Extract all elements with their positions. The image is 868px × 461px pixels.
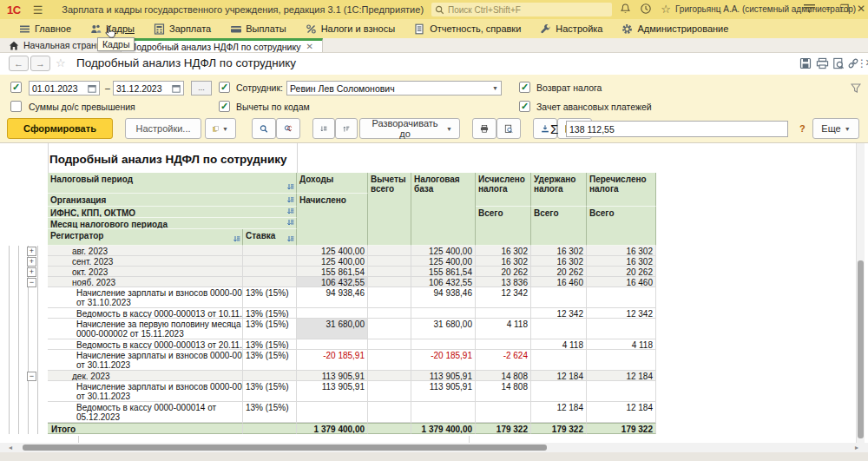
table-cell[interactable]: 16 302: [476, 256, 531, 267]
table-cell[interactable]: [368, 371, 411, 381]
table-cell[interactable]: 113 905,91: [411, 371, 476, 381]
table-cell[interactable]: 16 302: [476, 246, 531, 256]
collapse-groups-icon[interactable]: [312, 118, 335, 139]
scroll-left-arrow[interactable]: ◂: [9, 444, 12, 451]
table-cell[interactable]: [411, 339, 476, 350]
scroll-right-arrow[interactable]: ▸: [855, 444, 858, 451]
print-icon[interactable]: [816, 57, 830, 70]
table-cell[interactable]: 12 184: [587, 371, 656, 381]
table-cell[interactable]: 13% (15%): [243, 319, 297, 339]
table-cell[interactable]: 12 184: [531, 371, 587, 381]
more-button[interactable]: Еще ▼: [812, 118, 859, 139]
vertical-scrollbar-thumb[interactable]: [858, 260, 864, 438]
table-cell[interactable]: окт. 2023: [48, 267, 243, 277]
deduction-codes-checkbox[interactable]: ✓: [219, 101, 230, 112]
global-search-input[interactable]: Поиск Ctrl+Shift+F: [431, 3, 612, 16]
table-cell[interactable]: [243, 246, 297, 256]
table-cell[interactable]: [531, 381, 587, 402]
table-cell[interactable]: [243, 256, 297, 267]
table-cell[interactable]: сент. 2023: [48, 256, 243, 267]
period-to-input[interactable]: 31.12.2023: [113, 81, 184, 95]
table-cell[interactable]: 13% (15%): [243, 402, 297, 423]
table-cell[interactable]: 13% (15%): [243, 381, 297, 402]
table-cell[interactable]: [587, 287, 656, 308]
table-cell[interactable]: 125 400,00: [411, 256, 476, 267]
table-cell[interactable]: [411, 402, 476, 423]
table-cell[interactable]: 13% (15%): [243, 350, 297, 371]
table-cell[interactable]: 113 905,91: [297, 381, 368, 402]
header-cell[interactable]: Вычеты всего: [368, 173, 411, 246]
header-cell[interactable]: Организация: [48, 194, 297, 207]
sort-icon[interactable]: [286, 235, 294, 243]
table-cell[interactable]: 125 400,00: [297, 246, 368, 256]
table-cell[interactable]: [531, 319, 587, 339]
back-button[interactable]: ←: [9, 56, 29, 71]
table-cell[interactable]: [243, 277, 297, 287]
header-cell[interactable]: Налоговый период: [48, 173, 297, 194]
table-cell[interactable]: [368, 256, 411, 267]
table-cell[interactable]: 20 262: [476, 267, 531, 277]
table-cell[interactable]: 16 460: [587, 277, 656, 287]
table-cell[interactable]: [368, 402, 411, 423]
expand-plus-icon[interactable]: +: [27, 247, 36, 256]
autosum-field[interactable]: 138 112,55: [566, 121, 788, 137]
horizontal-scrollbar-thumb[interactable]: [23, 445, 547, 451]
table-cell[interactable]: 12 184: [531, 402, 587, 423]
tax-return-checkbox[interactable]: ✓: [519, 82, 530, 93]
table-cell[interactable]: [411, 308, 476, 319]
table-cell[interactable]: Начисление зарплаты и взносов 0000-00000…: [48, 287, 243, 308]
service-menu-icon[interactable]: [803, 3, 817, 16]
table-cell[interactable]: [243, 267, 297, 277]
forward-button[interactable]: →: [30, 56, 50, 71]
total-cell[interactable]: 179 322: [476, 423, 531, 434]
sort-icon[interactable]: [233, 235, 240, 243]
close-report-icon[interactable]: ✕: [862, 57, 868, 70]
sort-icon[interactable]: [286, 219, 294, 227]
table-cell[interactable]: 13% (15%): [243, 308, 297, 319]
table-cell[interactable]: [368, 381, 411, 402]
header-cell[interactable]: Начислено: [297, 194, 368, 246]
excess-checkbox[interactable]: [10, 101, 22, 112]
table-cell[interactable]: -20 185,91: [297, 350, 368, 371]
preview-icon[interactable]: [832, 57, 846, 70]
total-cell[interactable]: [243, 423, 297, 434]
total-cell[interactable]: Итого: [48, 423, 243, 434]
sort-icon[interactable]: [286, 207, 294, 215]
filter-funnel-icon[interactable]: [851, 83, 861, 93]
print-button[interactable]: [472, 118, 496, 139]
header-cell[interactable]: Налоговая база: [411, 173, 476, 246]
favorites-star-icon[interactable]: ☆: [659, 3, 673, 16]
expand-groups-icon[interactable]: [335, 118, 358, 139]
table-cell[interactable]: 155 861,54: [411, 267, 476, 277]
preview-button[interactable]: [496, 118, 521, 139]
table-cell[interactable]: [587, 350, 656, 371]
table-cell[interactable]: нояб. 2023: [48, 277, 243, 287]
table-cell[interactable]: [531, 350, 587, 371]
menu-item-zarplata[interactable]: Зарплата: [154, 23, 211, 35]
table-cell[interactable]: [368, 287, 411, 308]
tab-report-active[interactable]: Подробный анализ НДФЛ по сотруднику ✕: [121, 38, 323, 52]
table-cell[interactable]: [368, 246, 411, 256]
header-cell[interactable]: Исчислено налога: [476, 173, 531, 207]
table-cell[interactable]: 113 905,91: [411, 381, 476, 402]
period-checkbox[interactable]: ✓: [10, 82, 22, 93]
table-cell[interactable]: [531, 287, 587, 308]
calendar-icon[interactable]: [172, 84, 181, 93]
table-cell[interactable]: [243, 371, 297, 381]
sort-icon[interactable]: [286, 196, 294, 204]
favorite-star-icon[interactable]: ☆: [56, 56, 66, 69]
search-button[interactable]: [252, 118, 276, 139]
table-cell[interactable]: 113 905,91: [297, 371, 368, 381]
table-cell[interactable]: [476, 308, 531, 319]
header-cell[interactable]: Ставка: [243, 229, 297, 246]
header-cell[interactable]: Всего: [531, 207, 587, 246]
minimize-button[interactable]: –: [821, 3, 833, 15]
table-cell[interactable]: 106 432,55: [297, 277, 368, 287]
horizontal-scrollbar[interactable]: ◂ ▸: [0, 443, 868, 452]
history-clock-icon[interactable]: [640, 3, 654, 16]
employee-input[interactable]: Ревин Лев Соломонович ▼: [286, 81, 502, 95]
table-cell[interactable]: дек. 2023: [48, 371, 243, 381]
table-cell[interactable]: Ведомость в кассу 0000-000014 от05.12.20…: [48, 402, 243, 423]
table-cell[interactable]: Начисление зарплаты и взносов 0000-00001…: [48, 350, 243, 371]
table-cell[interactable]: 31 680,00: [411, 319, 476, 339]
